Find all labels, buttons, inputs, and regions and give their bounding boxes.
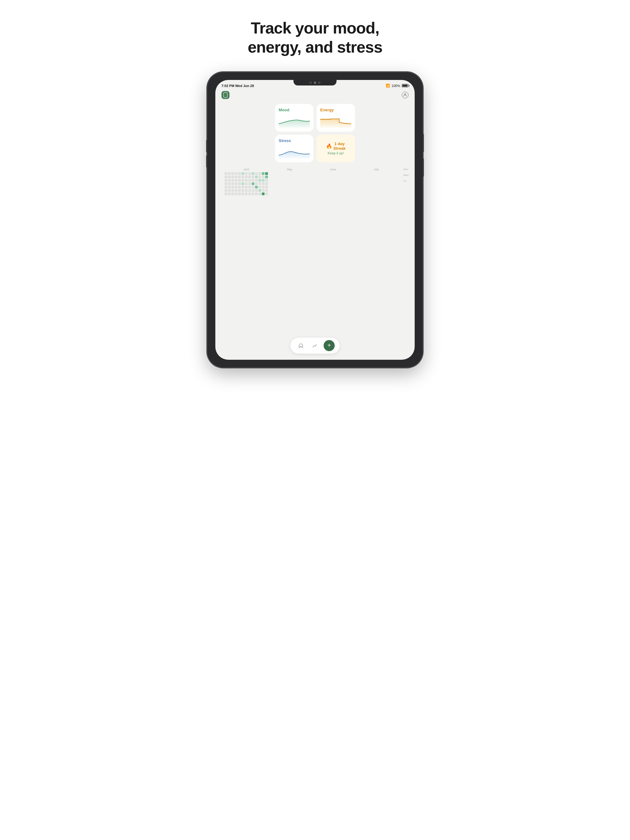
energy-card-title: Energy: [320, 107, 351, 112]
calendar-grid-area: April May June July: [225, 168, 398, 195]
calendar-months: April May June July: [225, 168, 398, 171]
page-title: Track your mood, energy, and stress: [248, 19, 382, 57]
app-logo: [222, 91, 230, 99]
profile-icon[interactable]: [402, 92, 408, 98]
calendar-heatmap: [225, 172, 398, 195]
chart-tab[interactable]: [309, 340, 321, 351]
app-content: Mood Energy: [215, 101, 415, 360]
cards-grid: Mood Energy: [275, 104, 355, 163]
add-tab[interactable]: +: [324, 340, 335, 351]
volume-down-button: [206, 155, 207, 167]
streak-top: 🔥 1 day Streak: [326, 142, 346, 151]
streak-message: Keep it up!: [328, 151, 344, 155]
plus-icon: +: [327, 342, 331, 348]
app-header: [215, 90, 415, 101]
battery-bar: [402, 84, 408, 87]
stress-card[interactable]: Stress: [275, 135, 313, 163]
camera-dot-active: [314, 82, 316, 84]
mood-card-title: Mood: [279, 107, 310, 112]
flame-icon: 🔥: [326, 143, 332, 149]
day-label-mon: Mon: [404, 168, 408, 171]
battery-fill: [402, 85, 408, 87]
wifi-icon: 📶: [386, 84, 390, 88]
tab-bar: +: [290, 338, 340, 354]
month-april: April: [225, 168, 268, 171]
day-label-wed: Wed: [404, 174, 408, 177]
ipad-screen: 7:02 PM Wed Jun 28 📶 100%: [215, 80, 415, 360]
calendar-days-label: Mon Wed Fri: [404, 168, 408, 182]
stress-card-title: Stress: [279, 138, 310, 143]
day-label-fri: Fri: [404, 180, 408, 182]
volume-up-button: [206, 140, 207, 152]
ipad-frame: 7:02 PM Wed Jun 28 📶 100%: [207, 72, 423, 368]
month-june: June: [311, 168, 355, 171]
svg-point-0: [405, 93, 406, 95]
camera-dot2: [318, 82, 321, 84]
month-july: July: [355, 168, 398, 171]
app-logo-leaf: [223, 92, 228, 98]
camera-bar: [293, 80, 337, 85]
month-may: May: [268, 168, 311, 171]
battery-percent: 100%: [392, 84, 400, 88]
streak-count: 1 day Streak: [334, 142, 346, 151]
home-tab[interactable]: [295, 340, 306, 351]
streak-card[interactable]: 🔥 1 day Streak Keep it up!: [317, 135, 355, 163]
status-time: 7:02 PM Wed Jun 28: [222, 84, 254, 88]
camera-dot: [309, 82, 312, 84]
mood-card[interactable]: Mood: [275, 104, 313, 132]
calendar-section: April May June July: [222, 168, 408, 195]
status-right: 📶 100%: [386, 84, 408, 88]
energy-card[interactable]: Energy: [317, 104, 355, 132]
